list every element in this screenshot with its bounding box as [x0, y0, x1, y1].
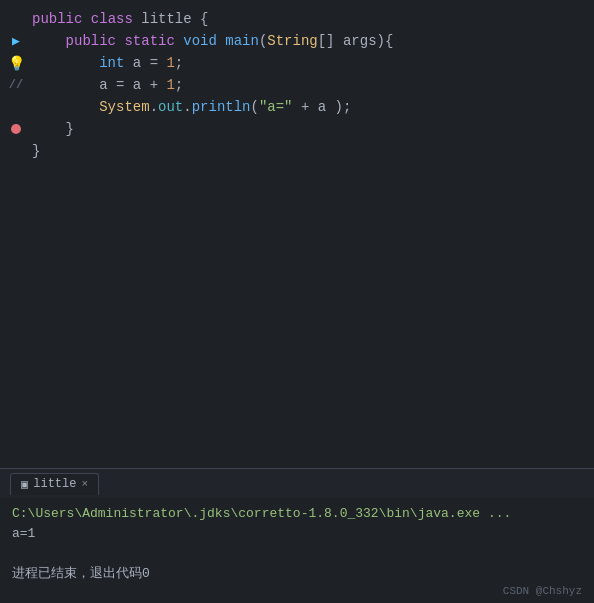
bulb-icon: 💡 [8, 55, 25, 72]
code-container: public class little { ▶ public static vo… [0, 0, 594, 170]
terminal-tab[interactable]: ▣ little × [10, 473, 99, 495]
arrow-icon: ▶ [12, 33, 20, 49]
code-line-6: } [0, 118, 594, 140]
terminal-body: C:\Users\Administrator\.jdks\corretto-1.… [0, 498, 594, 603]
terminal-line-3 [12, 544, 582, 564]
code-text-7: } [32, 140, 40, 162]
terminal-line-4: 进程已结束，退出代码0 [12, 564, 582, 584]
gutter-3: 💡 [0, 55, 32, 72]
code-text-3: int a = 1; [32, 52, 183, 74]
code-text-2: public static void main(String[] args){ [32, 30, 393, 52]
code-text-4: a = a + 1; [32, 74, 183, 96]
terminal-line-2: a=1 [12, 524, 582, 544]
comment-marker: // [9, 78, 23, 92]
code-line-3: 💡 int a = 1; [0, 52, 594, 74]
terminal-line-1: C:\Users\Administrator\.jdks\corretto-1.… [12, 504, 582, 524]
csdn-watermark: CSDN @Chshyz [503, 585, 582, 597]
gutter-2: ▶ [0, 33, 32, 49]
code-line-4: // a = a + 1; [0, 74, 594, 96]
terminal-tab-icon: ▣ [21, 477, 28, 492]
breakpoint-icon [11, 124, 21, 134]
code-text-6: } [32, 118, 74, 140]
gutter-6 [0, 124, 32, 134]
code-text-5: System.out.println("a=" + a ); [32, 96, 351, 118]
terminal-header: ▣ little × [0, 468, 594, 498]
code-line-5: System.out.println("a=" + a ); [0, 96, 594, 118]
editor-area: public class little { ▶ public static vo… [0, 0, 594, 468]
terminal-tab-label: little [33, 477, 76, 491]
code-line-2: ▶ public static void main(String[] args)… [0, 30, 594, 52]
code-line-7: } [0, 140, 594, 162]
code-text-1: public class little { [32, 8, 208, 30]
terminal-close-button[interactable]: × [81, 478, 88, 490]
code-line-1: public class little { [0, 8, 594, 30]
gutter-4: // [0, 78, 32, 92]
